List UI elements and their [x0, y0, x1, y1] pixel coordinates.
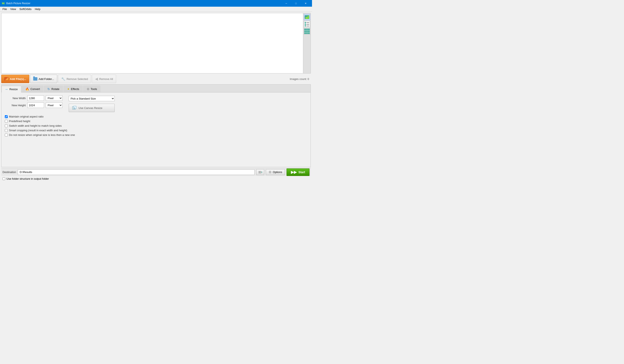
switch-width-height-label: Switch width and height to match long si…	[9, 124, 62, 127]
image-area	[1, 13, 311, 73]
remove-selected-label: Remove Selected	[67, 77, 88, 81]
remove-selected-icon: 🔧	[61, 77, 65, 81]
images-count-area: Images count: 0	[290, 77, 311, 81]
toolbar: Add File(s)... Add Folder... 🔧 Remove Se…	[1, 74, 311, 83]
canvas-resize-icon	[72, 105, 77, 110]
browse-icon	[258, 170, 262, 174]
convert-tab-icon: 🔥	[25, 87, 29, 91]
svg-rect-8	[259, 172, 261, 172]
use-folder-structure-checkbox[interactable]	[2, 177, 5, 180]
tab-convert[interactable]: 🔥 Convert	[22, 86, 44, 92]
grid-view-icon	[304, 29, 310, 34]
svg-point-2	[2, 3, 3, 3]
remove-all-button[interactable]: ◀ Remove All	[92, 75, 116, 83]
canvas-resize-button[interactable]: Use Canvas Resize	[69, 104, 115, 112]
minimize-button[interactable]: ─	[282, 0, 291, 7]
gear-icon: ⚙	[269, 170, 271, 174]
title-bar: Batch Picture Resizer ─ □ ✕	[0, 0, 312, 7]
svg-rect-7	[259, 171, 261, 171]
close-button[interactable]: ✕	[301, 0, 310, 7]
bottom-bar: Destination ⚙ Options ▶▶ Start	[1, 168, 311, 176]
predefined-height-row: Predefined height	[5, 120, 307, 123]
images-count-value: 0	[308, 77, 309, 81]
standard-size-select[interactable]: Pick a Standard Size 640x480 800x600 102…	[69, 96, 115, 101]
maintain-aspect-row: Maintain original aspect ratio	[5, 115, 307, 118]
browse-destination-button[interactable]	[256, 169, 264, 175]
tab-bar: ↔ Resize 🔥 Convert ↻ Rotate ✦ Effects ⚙ …	[1, 85, 311, 93]
large-view-icon	[305, 15, 309, 19]
start-button[interactable]: ▶▶ Start	[286, 169, 310, 176]
tab-rotate[interactable]: ↻ Rotate	[44, 86, 63, 92]
tab-rotate-label: Rotate	[51, 87, 59, 91]
add-folder-button[interactable]: Add Folder...	[30, 75, 57, 83]
list-view-icon	[305, 22, 309, 26]
tab-resize[interactable]: ↔ Resize	[1, 86, 21, 93]
new-width-row: New Width Pixel Percent cm inch	[5, 95, 62, 101]
new-height-row: New Height Pixel Percent cm inch	[5, 102, 62, 108]
view-large-icon-btn[interactable]	[304, 14, 310, 20]
svg-rect-9	[259, 173, 261, 173]
new-height-input[interactable]	[27, 102, 44, 108]
use-folder-structure-label: Use folder structure in output folder	[6, 177, 49, 180]
svg-rect-4	[74, 106, 76, 109]
switch-width-height-row: Switch width and height to match long si…	[5, 124, 307, 127]
menu-softorbits[interactable]: SoftOrbits	[18, 7, 33, 11]
title-bar-left: Batch Picture Resizer	[2, 2, 30, 5]
tab-tools-label: Tools	[91, 87, 97, 91]
no-resize-smaller-checkbox[interactable]	[5, 134, 8, 137]
maximize-button[interactable]: □	[291, 0, 301, 7]
maintain-aspect-checkbox[interactable]	[5, 115, 8, 118]
destination-label: Destination	[2, 170, 16, 174]
app-icon	[2, 2, 5, 5]
effects-tab-icon: ✦	[67, 87, 70, 91]
tab-resize-label: Resize	[9, 88, 18, 91]
no-resize-smaller-row: Do not resize when original size is less…	[5, 133, 307, 137]
rotate-tab-icon: ↻	[47, 87, 50, 91]
menu-view[interactable]: View	[9, 7, 18, 11]
image-canvas	[1, 13, 303, 73]
smart-cropping-row: Smart cropping (result in exact width an…	[5, 129, 307, 132]
height-unit-select[interactable]: Pixel Percent cm inch	[46, 102, 62, 108]
remove-selected-button[interactable]: 🔧 Remove Selected	[58, 75, 91, 83]
svg-marker-10	[261, 171, 262, 173]
tab-effects-label: Effects	[71, 87, 79, 91]
menu-bar: File View SoftOrbits Help	[0, 7, 312, 12]
settings-panel: ↔ Resize 🔥 Convert ↻ Rotate ✦ Effects ⚙ …	[1, 84, 311, 167]
smart-cropping-checkbox[interactable]	[5, 129, 8, 132]
predefined-height-checkbox[interactable]	[5, 120, 8, 123]
tools-tab-icon: ⚙	[87, 87, 89, 91]
remove-all-icon: ◀	[95, 77, 98, 81]
resize-tab-icon: ↔	[5, 87, 8, 91]
add-folder-icon	[33, 77, 37, 81]
add-files-label: Add File(s)...	[10, 77, 26, 81]
tab-tools[interactable]: ⚙ Tools	[83, 86, 101, 92]
options-button[interactable]: ⚙ Options	[266, 169, 285, 175]
new-width-input[interactable]	[27, 95, 44, 101]
view-list-btn[interactable]	[304, 21, 310, 27]
images-count-label: Images count:	[290, 77, 307, 81]
menu-file[interactable]: File	[1, 7, 9, 11]
tab-effects[interactable]: ✦ Effects	[63, 86, 83, 92]
smart-cropping-label: Smart cropping (result in exact width an…	[9, 129, 67, 132]
maintain-aspect-label: Maintain original aspect ratio	[9, 115, 43, 118]
switch-width-height-checkbox[interactable]	[5, 124, 8, 127]
app-title: Batch Picture Resizer	[6, 2, 30, 5]
menu-help[interactable]: Help	[33, 7, 42, 11]
footer: Use folder structure in output folder	[1, 177, 311, 181]
resize-tab-content: New Width Pixel Percent cm inch New Heig…	[1, 93, 311, 139]
add-files-icon	[4, 77, 9, 81]
predefined-height-label: Predefined height	[9, 120, 30, 123]
view-grid-btn[interactable]	[304, 28, 310, 34]
destination-input[interactable]	[18, 170, 255, 175]
width-unit-select[interactable]: Pixel Percent cm inch	[46, 95, 62, 101]
image-sidebar	[303, 13, 311, 73]
add-folder-label: Add Folder...	[39, 77, 54, 81]
no-resize-smaller-label: Do not resize when original size is less…	[9, 133, 75, 137]
new-width-label: New Width	[5, 97, 26, 100]
title-bar-controls: ─ □ ✕	[282, 0, 310, 7]
add-files-button[interactable]: Add File(s)...	[1, 75, 29, 83]
new-height-label: New Height	[5, 104, 26, 107]
tab-convert-label: Convert	[30, 87, 40, 91]
start-label: Start	[298, 170, 305, 174]
remove-all-label: Remove All	[99, 77, 113, 81]
